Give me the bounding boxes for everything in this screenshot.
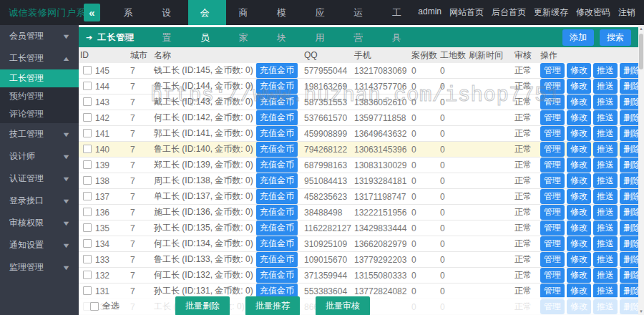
push-button[interactable]: 推送: [593, 189, 618, 204]
manage-button[interactable]: 管理: [540, 220, 565, 236]
push-button[interactable]: 推送: [593, 110, 618, 125]
push-button[interactable]: 推送: [593, 236, 618, 251]
delete-button[interactable]: 删除: [620, 158, 638, 173]
delete-button[interactable]: 删除: [620, 236, 638, 251]
manage-button[interactable]: 管理: [540, 236, 565, 251]
edit-button[interactable]: 修改: [567, 142, 591, 157]
manage-button[interactable]: 管理: [540, 126, 565, 141]
delete-button[interactable]: 删除: [620, 94, 638, 110]
nav-item[interactable]: 会员: [188, 0, 227, 25]
recharge-button[interactable]: 充值金币: [256, 94, 298, 110]
delete-button[interactable]: 删除: [620, 189, 638, 204]
row-checkbox[interactable]: [83, 208, 92, 216]
batch-recommend-button[interactable]: 批量推荐: [245, 296, 300, 315]
edit-button[interactable]: 修改: [567, 236, 591, 251]
recharge-button[interactable]: 充值金币: [256, 189, 298, 204]
add-button[interactable]: 添加: [562, 29, 594, 46]
row-checkbox[interactable]: [83, 176, 92, 185]
delete-button[interactable]: 删除: [620, 110, 638, 125]
edit-button[interactable]: 修改: [567, 205, 591, 220]
push-button[interactable]: 推送: [593, 94, 618, 110]
manage-button[interactable]: 管理: [540, 94, 565, 110]
recharge-button[interactable]: 充值金币: [256, 236, 298, 251]
row-checkbox[interactable]: [83, 271, 92, 279]
row-checkbox[interactable]: [83, 113, 92, 122]
select-all-checkbox[interactable]: [90, 302, 99, 311]
sidebar-item[interactable]: 设计师▼: [0, 145, 79, 168]
edit-button[interactable]: 修改: [567, 173, 591, 188]
recharge-button[interactable]: 充值金币: [256, 220, 298, 236]
delete-button[interactable]: 删除: [620, 142, 638, 157]
row-checkbox[interactable]: [83, 255, 92, 263]
nav-item[interactable]: 应用: [303, 0, 342, 25]
row-checkbox[interactable]: [83, 66, 92, 74]
search-button[interactable]: 搜索: [600, 29, 631, 46]
row-checkbox[interactable]: [83, 286, 92, 295]
delete-button[interactable]: 删除: [620, 173, 638, 188]
manage-button[interactable]: 管理: [540, 189, 565, 204]
edit-button[interactable]: 修改: [567, 110, 591, 125]
push-button[interactable]: 推送: [593, 268, 618, 283]
manage-button[interactable]: 管理: [540, 284, 565, 299]
recharge-button[interactable]: 充值金币: [256, 110, 298, 125]
push-button[interactable]: 推送: [593, 205, 618, 220]
sidebar-item[interactable]: 技工管理▼: [0, 123, 79, 145]
nav-item[interactable]: 系统: [112, 0, 150, 25]
delete-button[interactable]: 删除: [620, 79, 638, 94]
sidebar-item[interactable]: 登录接口▼: [0, 190, 79, 212]
row-checkbox[interactable]: [83, 160, 92, 169]
push-button[interactable]: 推送: [593, 79, 618, 94]
edit-button[interactable]: 修改: [567, 189, 591, 204]
recharge-button[interactable]: 充值金币: [256, 63, 298, 78]
sidebar-item[interactable]: 监理管理▼: [0, 256, 79, 278]
row-checkbox[interactable]: [83, 145, 92, 153]
delete-button[interactable]: 删除: [620, 268, 638, 283]
user-link[interactable]: 网站首页: [449, 6, 484, 19]
recharge-button[interactable]: 充值金币: [256, 268, 298, 283]
recharge-button[interactable]: 充值金币: [256, 173, 298, 188]
sidebar-item[interactable]: 工长管理▲: [0, 47, 79, 69]
delete-button[interactable]: 删除: [620, 252, 638, 267]
user-link[interactable]: 注销: [618, 6, 635, 19]
user-link[interactable]: 修改密码: [576, 6, 610, 19]
batch-delete-button[interactable]: 批量删除: [175, 296, 230, 315]
user-link[interactable]: admin: [418, 6, 441, 19]
row-checkbox[interactable]: [83, 192, 92, 200]
delete-button[interactable]: 删除: [620, 284, 638, 299]
nav-item[interactable]: 模块: [265, 0, 303, 25]
push-button[interactable]: 推送: [593, 126, 618, 141]
edit-button[interactable]: 修改: [567, 268, 591, 283]
sidebar-item[interactable]: 会员管理▼: [0, 25, 79, 47]
manage-button[interactable]: 管理: [540, 158, 565, 173]
row-checkbox[interactable]: [83, 223, 92, 232]
sidebar-subitem[interactable]: 评论管理: [0, 105, 79, 123]
user-link[interactable]: 更新缓存: [534, 6, 568, 19]
delete-button[interactable]: 删除: [620, 126, 638, 141]
sidebar-subitem[interactable]: 工长管理: [0, 69, 79, 87]
push-button[interactable]: 推送: [593, 158, 618, 173]
scrollbar-thumb[interactable]: [639, 34, 643, 69]
scroll-up-icon[interactable]: ▲: [638, 26, 644, 32]
edit-button[interactable]: 修改: [567, 158, 591, 173]
push-button[interactable]: 推送: [593, 173, 618, 188]
batch-audit-button[interactable]: 批量审核: [316, 296, 370, 315]
sidebar-item[interactable]: 通知设置▼: [0, 234, 79, 256]
manage-button[interactable]: 管理: [540, 205, 565, 220]
edit-button[interactable]: 修改: [567, 63, 591, 78]
recharge-button[interactable]: 充值金币: [256, 142, 298, 157]
delete-button[interactable]: 删除: [620, 220, 638, 236]
row-checkbox[interactable]: [83, 239, 92, 248]
edit-button[interactable]: 修改: [567, 126, 591, 141]
manage-button[interactable]: 管理: [540, 63, 565, 78]
scroll-down-icon[interactable]: ▼: [638, 309, 644, 314]
push-button[interactable]: 推送: [593, 142, 618, 157]
edit-button[interactable]: 修改: [567, 284, 591, 299]
push-button[interactable]: 推送: [593, 252, 618, 267]
row-checkbox[interactable]: [83, 82, 92, 90]
push-button[interactable]: 推送: [593, 284, 618, 299]
recharge-button[interactable]: 充值金币: [256, 158, 298, 173]
recharge-button[interactable]: 充值金币: [256, 79, 298, 94]
edit-button[interactable]: 修改: [567, 79, 591, 94]
manage-button[interactable]: 管理: [540, 110, 565, 125]
nav-item[interactable]: 工具: [380, 0, 419, 25]
